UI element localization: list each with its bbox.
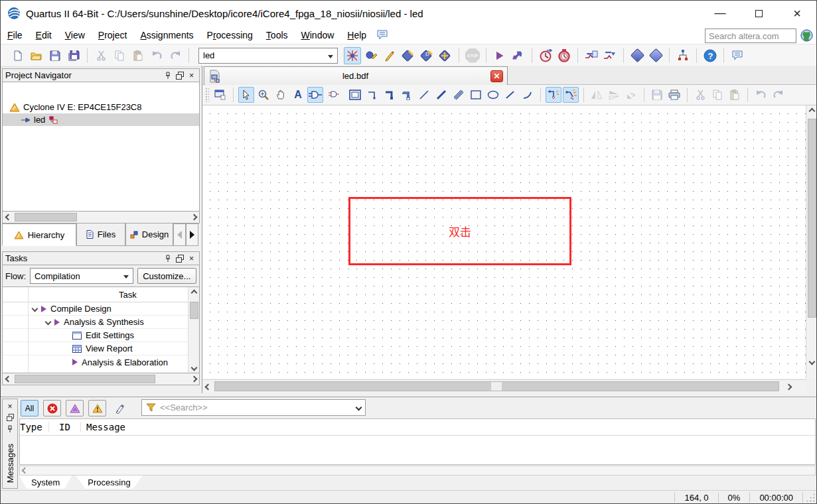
chip-planner-icon[interactable] bbox=[647, 47, 664, 64]
menu-processing[interactable]: Processing bbox=[200, 27, 260, 43]
copy-icon[interactable] bbox=[111, 47, 128, 64]
float-icon[interactable] bbox=[175, 253, 185, 263]
redo-icon[interactable] bbox=[167, 47, 184, 64]
settings-icon[interactable] bbox=[400, 47, 417, 64]
orthogonal-conduit-tool-icon[interactable] bbox=[399, 87, 415, 103]
menu-help[interactable]: Help bbox=[340, 27, 373, 43]
task-table-vscrollbar[interactable] bbox=[188, 287, 199, 373]
scroll-left-icon[interactable] bbox=[3, 377, 13, 381]
tab-design-units[interactable]: Design bbox=[125, 223, 173, 246]
print-icon[interactable] bbox=[666, 87, 682, 103]
save-all-icon[interactable] bbox=[65, 47, 82, 64]
messages-hscrollbar[interactable] bbox=[19, 466, 816, 475]
tabs-scroll-right-icon[interactable] bbox=[186, 223, 198, 246]
project-navigator-hscrollbar[interactable] bbox=[2, 212, 200, 223]
collapse-icon[interactable] bbox=[45, 319, 52, 326]
editor-vscrollbar[interactable] bbox=[806, 105, 817, 379]
timing-analyzer-icon[interactable] bbox=[537, 47, 554, 64]
messages-window-icon[interactable] bbox=[729, 47, 746, 64]
help-icon[interactable]: ? bbox=[702, 47, 719, 64]
rtl-viewer-icon[interactable] bbox=[601, 47, 619, 64]
fitter-icon[interactable] bbox=[437, 47, 454, 64]
tree-item-entity[interactable]: led bbox=[3, 113, 199, 126]
scroll-down-icon[interactable] bbox=[188, 362, 199, 373]
filter-all-button[interactable]: All bbox=[21, 400, 38, 416]
pin-icon[interactable] bbox=[163, 70, 173, 80]
start-analysis-icon[interactable] bbox=[510, 47, 527, 64]
menu-file[interactable]: File bbox=[1, 27, 29, 43]
cut-icon[interactable] bbox=[92, 47, 110, 64]
project-select[interactable]: led bbox=[198, 48, 338, 64]
rubberbanding-diagonal-icon[interactable] bbox=[563, 87, 579, 103]
edit-settings-icon[interactable] bbox=[381, 47, 398, 64]
column-type[interactable]: Type bbox=[19, 422, 49, 432]
copy-icon[interactable] bbox=[709, 87, 725, 103]
scroll-up-icon[interactable] bbox=[188, 287, 199, 298]
undo-icon[interactable] bbox=[148, 47, 165, 64]
oval-tool-icon[interactable] bbox=[485, 87, 501, 103]
pin-icon[interactable] bbox=[5, 424, 15, 434]
netlist-viewer-icon[interactable] bbox=[583, 47, 600, 64]
scroll-left-icon[interactable] bbox=[22, 468, 29, 474]
cut-icon[interactable] bbox=[692, 87, 708, 103]
arc-tool-icon[interactable] bbox=[520, 87, 536, 103]
flip-horizontal-icon[interactable] bbox=[589, 87, 605, 103]
close-icon[interactable]: × bbox=[186, 70, 196, 80]
column-id[interactable]: ID bbox=[49, 422, 81, 432]
orthogonal-node-tool-icon[interactable] bbox=[364, 87, 380, 103]
tab-system[interactable]: System bbox=[19, 475, 72, 489]
menu-project[interactable]: Project bbox=[92, 27, 134, 43]
open-file-icon[interactable] bbox=[28, 47, 45, 64]
paste-icon[interactable] bbox=[727, 87, 743, 103]
message-search-combo[interactable] bbox=[141, 399, 366, 416]
resize-grip[interactable] bbox=[805, 492, 816, 503]
save-icon[interactable] bbox=[46, 47, 64, 64]
design-partition-icon[interactable]: D bbox=[418, 47, 435, 64]
flip-vertical-icon[interactable] bbox=[606, 87, 622, 103]
menu-assignments[interactable]: Assignments bbox=[133, 27, 200, 43]
diagonal-conduit-tool-icon[interactable] bbox=[451, 87, 467, 103]
notes-icon[interactable] bbox=[377, 30, 388, 40]
rubberbanding-icon[interactable] bbox=[546, 87, 561, 103]
pin-planner-icon[interactable] bbox=[362, 47, 380, 64]
block-tool-icon[interactable] bbox=[347, 87, 363, 103]
tabs-scroll-left-icon[interactable] bbox=[173, 223, 186, 246]
task-row[interactable]: Edit Settings bbox=[3, 329, 199, 342]
stop-icon[interactable]: STOP bbox=[464, 47, 481, 64]
rectangle-tool-icon[interactable] bbox=[468, 87, 484, 103]
orthogonal-bus-tool-icon[interactable] bbox=[382, 87, 398, 103]
tree-item-device[interactable]: Cyclone IV E: EP4CE15F23C8 bbox=[3, 101, 199, 113]
editor-hscrollbar[interactable] bbox=[202, 379, 806, 393]
line-tool-icon[interactable] bbox=[502, 87, 518, 103]
menu-view[interactable]: View bbox=[58, 27, 92, 43]
detach-window-icon[interactable] bbox=[212, 87, 228, 103]
altera-search-input[interactable] bbox=[705, 29, 796, 43]
filter-critical-warnings-icon[interactable] bbox=[66, 400, 84, 416]
scroll-right-icon[interactable] bbox=[188, 377, 199, 381]
globe-icon[interactable] bbox=[800, 29, 813, 42]
diagonal-node-tool-icon[interactable] bbox=[416, 87, 432, 103]
schematic-canvas[interactable]: 双击 bbox=[202, 105, 817, 379]
collapse-icon[interactable] bbox=[32, 306, 38, 312]
start-compilation-icon[interactable] bbox=[491, 47, 508, 64]
zoom-tool-icon[interactable] bbox=[256, 87, 271, 103]
tab-hierarchy[interactable]: Hierarchy bbox=[2, 223, 76, 246]
filter-warnings-icon[interactable] bbox=[88, 400, 106, 416]
column-message[interactable]: Message bbox=[81, 422, 125, 432]
customize-button[interactable]: Customize... bbox=[137, 268, 196, 284]
close-icon[interactable]: × bbox=[186, 253, 196, 263]
symbol-gate-tool-icon[interactable] bbox=[307, 87, 323, 103]
pan-tool-icon[interactable] bbox=[273, 87, 289, 103]
scroll-right-icon[interactable] bbox=[188, 215, 199, 220]
tab-close-icon[interactable]: ✕ bbox=[490, 70, 503, 82]
new-file-icon[interactable] bbox=[9, 47, 27, 64]
pin-icon[interactable] bbox=[163, 253, 173, 263]
menu-window[interactable]: Window bbox=[295, 27, 341, 43]
task-row[interactable]: Analysis & Elaboration bbox=[3, 355, 199, 369]
scroll-down-icon[interactable] bbox=[806, 356, 817, 367]
filter-errors-icon[interactable] bbox=[43, 400, 61, 416]
paste-icon[interactable] bbox=[129, 47, 147, 64]
assignment-editor-icon[interactable] bbox=[344, 47, 361, 64]
task-row[interactable]: Compile Design bbox=[3, 302, 199, 316]
close-icon[interactable]: × bbox=[5, 401, 15, 411]
